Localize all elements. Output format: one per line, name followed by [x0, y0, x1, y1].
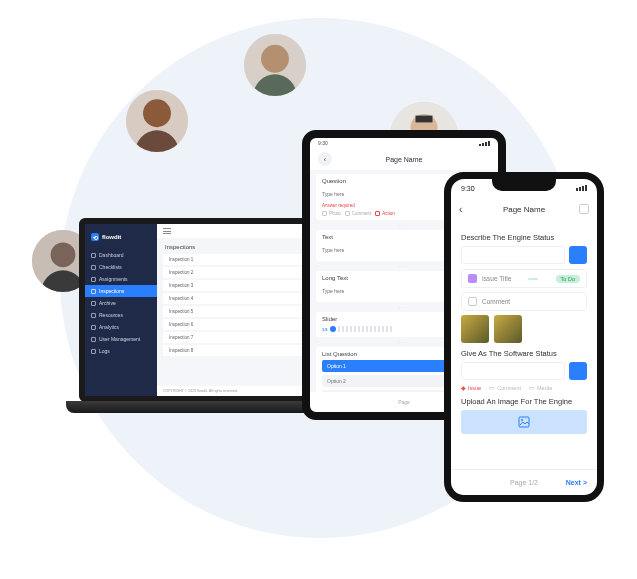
comment-row[interactable]: Comment	[461, 292, 587, 311]
next-button[interactable]: Next >	[566, 479, 587, 486]
page-title: Page Name	[386, 156, 423, 163]
check-icon	[91, 289, 96, 294]
signal-icon	[479, 141, 490, 146]
comment-link[interactable]: ▭ Comment	[489, 385, 521, 391]
checkbox-icon[interactable]	[345, 211, 350, 216]
page-title: Page Name	[503, 205, 545, 214]
phone-mockup: 9:30 ‹ Page Name Describe The Engine Sta…	[444, 172, 604, 502]
svg-point-14	[521, 419, 523, 421]
sidebar-item-inspections[interactable]: Inspections	[85, 285, 157, 297]
sidebar-item-dashboard[interactable]: Dashboard	[85, 249, 157, 261]
app-logo: ⟲ flowdit	[85, 230, 157, 249]
menu-icon[interactable]	[163, 228, 171, 234]
checkbox-icon[interactable]	[322, 211, 327, 216]
sidebar-item-user-management[interactable]: User Management	[85, 333, 157, 345]
chart-icon	[91, 325, 96, 330]
status-bar: 9:30	[310, 138, 498, 148]
folder-icon	[91, 313, 96, 318]
archive-icon	[91, 301, 96, 306]
sidebar-item-checklists[interactable]: Checklists	[85, 261, 157, 273]
sidebar: ⟲ flowdit Dashboard Checklists Assignmen…	[85, 224, 157, 396]
status-badge	[528, 278, 538, 280]
sidebar-item-logs[interactable]: Logs	[85, 345, 157, 357]
issue-label: Issue Title	[482, 275, 511, 282]
list-item[interactable]: Inspection 5	[163, 306, 321, 317]
grid-icon	[91, 253, 96, 258]
list-icon	[91, 265, 96, 270]
user-icon	[91, 337, 96, 342]
action-button[interactable]	[569, 246, 587, 264]
svg-rect-11	[416, 116, 433, 123]
list-item[interactable]: Inspection 7	[163, 332, 321, 343]
status-badge: To Do	[556, 275, 580, 283]
tag-icon	[468, 274, 477, 283]
image-icon	[518, 416, 530, 428]
avatar	[126, 90, 188, 152]
signal-icon	[576, 185, 587, 191]
image-thumbnail[interactable]	[494, 315, 522, 343]
image-thumbnail[interactable]	[461, 315, 489, 343]
text-input[interactable]	[322, 244, 450, 256]
comment-label: Comment	[482, 298, 510, 305]
list-item[interactable]: Inspection 6	[163, 319, 321, 330]
text-input[interactable]	[461, 246, 565, 264]
list-item[interactable]: Inspection 1	[163, 254, 321, 265]
section-title: Upload An Image For The Engine	[461, 397, 587, 406]
sidebar-item-archive[interactable]: Archive	[85, 297, 157, 309]
list-item[interactable]: Inspection 4	[163, 293, 321, 304]
phone-footer: Page 1/2 Next >	[451, 469, 597, 495]
action-button[interactable]	[569, 362, 587, 380]
clock-label: 9:30	[461, 185, 475, 192]
brand-name: flowdit	[102, 234, 121, 240]
page-header: ‹ Page Name	[451, 197, 597, 221]
list-item[interactable]: Inspection 3	[163, 280, 321, 291]
page-indicator: Page 1/2	[510, 479, 538, 486]
page-header: ‹ Page Name	[310, 148, 498, 170]
clipboard-icon	[91, 277, 96, 282]
text-input[interactable]	[461, 362, 565, 380]
list-item[interactable]: Inspection 2	[163, 267, 321, 278]
svg-point-4	[143, 99, 171, 127]
sidebar-item-resources[interactable]: Resources	[85, 309, 157, 321]
phone-notch	[492, 179, 556, 191]
list-item[interactable]: Inspection 8	[163, 345, 321, 356]
bookmark-icon[interactable]	[579, 204, 589, 214]
avatar	[244, 34, 306, 96]
section-title: Give As The Software Status	[461, 349, 587, 358]
back-button[interactable]: ‹	[459, 204, 462, 215]
back-button[interactable]: ‹	[318, 152, 332, 166]
issue-link[interactable]: ◆ Issue	[461, 385, 481, 391]
sidebar-item-analytics[interactable]: Analytics	[85, 321, 157, 333]
section-title: Describe The Engine Status	[461, 233, 587, 242]
upload-button[interactable]	[461, 410, 587, 434]
file-icon	[91, 349, 96, 354]
meta-row: ◆ Issue ▭ Comment ▭ Media	[461, 385, 587, 391]
issue-row[interactable]: Issue Title To Do	[461, 269, 587, 288]
sidebar-item-assignments[interactable]: Assignments	[85, 273, 157, 285]
comment-icon	[468, 297, 477, 306]
thumbnail-row	[461, 315, 587, 343]
svg-point-7	[261, 45, 289, 73]
media-link[interactable]: ▭ Media	[529, 385, 552, 391]
logo-icon: ⟲	[91, 233, 99, 241]
checkbox-icon[interactable]	[375, 211, 380, 216]
clock-label: 9:30	[318, 140, 328, 146]
